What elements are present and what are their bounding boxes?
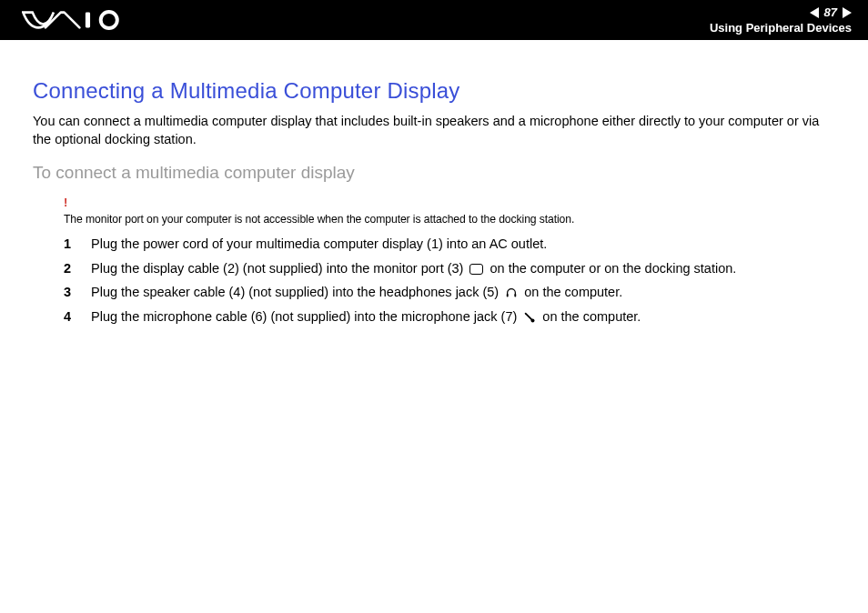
- microphone-jack-icon: [523, 311, 536, 324]
- step-item: 4Plug the microphone cable (6) (not supp…: [64, 308, 835, 327]
- monitor-port-icon: [469, 264, 483, 275]
- page-number: 87: [824, 5, 837, 19]
- step-text: Plug the speaker cable (4) (not supplied…: [91, 284, 622, 302]
- next-page-arrow-icon[interactable]: [843, 7, 852, 18]
- svg-rect-2: [507, 294, 509, 297]
- svg-point-1: [101, 12, 117, 28]
- pager: 87: [810, 5, 852, 19]
- step-item: 2Plug the display cable (2) (not supplie…: [64, 260, 835, 278]
- warning-icon: !: [64, 196, 835, 209]
- intro-text: You can connect a multimedia computer di…: [33, 113, 835, 148]
- section-title: Using Peripheral Devices: [710, 21, 852, 35]
- svg-point-4: [531, 318, 535, 322]
- step-item: 3Plug the speaker cable (4) (not supplie…: [64, 284, 835, 302]
- step-number: 4: [64, 308, 76, 327]
- prev-page-arrow-icon[interactable]: [810, 7, 819, 18]
- warning-block: ! The monitor port on your computer is n…: [64, 196, 835, 226]
- vaio-logo: [22, 10, 127, 30]
- step-text: Plug the microphone cable (6) (not suppl…: [91, 308, 641, 327]
- warning-text: The monitor port on your computer is not…: [64, 213, 574, 226]
- step-item: 1Plug the power cord of your multimedia …: [64, 236, 835, 254]
- step-number: 3: [64, 284, 76, 302]
- page-content: Connecting a Multimedia Computer Display…: [0, 40, 868, 326]
- headphones-jack-icon: [505, 286, 518, 299]
- header-bar: 87 Using Peripheral Devices: [0, 0, 868, 40]
- step-text: Plug the power cord of your multimedia c…: [91, 236, 547, 254]
- step-number: 1: [64, 236, 76, 254]
- step-number: 2: [64, 260, 76, 278]
- step-text: Plug the display cable (2) (not supplied…: [91, 260, 736, 278]
- steps-list: 1Plug the power cord of your multimedia …: [64, 236, 835, 326]
- sub-heading: To connect a multimedia computer display: [33, 163, 835, 183]
- svg-rect-3: [515, 294, 517, 297]
- page-title: Connecting a Multimedia Computer Display: [33, 78, 835, 104]
- header-nav: 87 Using Peripheral Devices: [710, 5, 852, 35]
- svg-rect-0: [86, 13, 90, 28]
